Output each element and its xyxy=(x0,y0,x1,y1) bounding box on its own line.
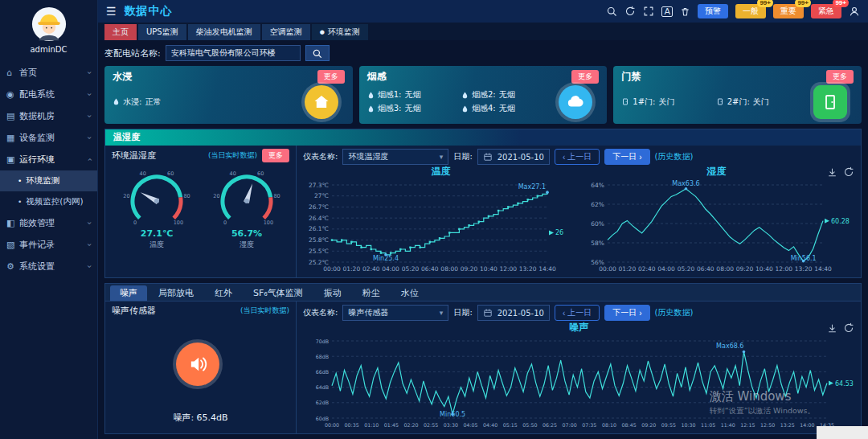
svg-text:13:20: 13:20 xyxy=(519,265,537,273)
drop-icon xyxy=(113,97,120,106)
next-arrow-icon: › xyxy=(639,309,641,318)
alert-button-2[interactable]: 重要99+ xyxy=(773,4,804,18)
translate-icon[interactable]: A xyxy=(661,6,673,17)
card-title: 门禁 xyxy=(621,70,641,84)
refresh-icon[interactable] xyxy=(624,6,636,17)
calendar-icon xyxy=(483,152,493,162)
alert-button-0[interactable]: 预警 xyxy=(698,4,728,18)
svg-text:08:00: 08:00 xyxy=(440,265,458,273)
chevron-icon: › xyxy=(85,222,94,225)
svg-text:01:20: 01:20 xyxy=(343,265,361,273)
svg-text:04:40: 04:40 xyxy=(483,422,497,428)
svg-text:04:00: 04:00 xyxy=(657,265,675,273)
svg-text:09:20: 09:20 xyxy=(736,265,754,273)
svg-text:02:55: 02:55 xyxy=(424,422,438,428)
sensor-tab-2[interactable]: 红外 xyxy=(205,285,242,301)
more-button[interactable]: 更多 xyxy=(826,70,854,84)
station-input[interactable] xyxy=(166,45,301,61)
svg-text:66dB: 66dB xyxy=(316,369,329,375)
power-icon: ◉ xyxy=(6,89,19,100)
search-icon[interactable] xyxy=(606,6,617,17)
nav-tab-2[interactable]: 柴油发电机监测 xyxy=(188,24,260,40)
noise-sensor-icon xyxy=(176,343,219,386)
sensor-tab-3[interactable]: SF₆气体监测 xyxy=(244,285,313,301)
sensor-tab-0[interactable]: 噪声 xyxy=(110,285,147,301)
temperature-chartbox: 温度 25.2℃25.5℃25.8℃26.1℃26.4℃26.7℃27℃27.3… xyxy=(303,165,579,276)
svg-text:09:20: 09:20 xyxy=(641,422,656,428)
svg-text:26: 26 xyxy=(555,229,563,236)
realtime-link[interactable]: (当日实时数据) xyxy=(240,306,289,316)
realtime-link[interactable]: (当日实时数据) xyxy=(208,150,257,161)
temp-hum-header: 温湿度 xyxy=(105,129,861,146)
meter-select[interactable]: 环境温湿度 ▾ xyxy=(342,149,448,165)
svg-text:27℃: 27℃ xyxy=(314,192,329,199)
sensor-tab-5[interactable]: 粉尘 xyxy=(353,285,390,301)
alert-badge: 99+ xyxy=(757,0,773,7)
sidebar-subitem-4-0[interactable]: • 环境监测 xyxy=(0,170,97,191)
more-button[interactable]: 更多 xyxy=(262,149,289,162)
meter-select[interactable]: 噪声传感器 ▾ xyxy=(342,305,448,321)
search-button[interactable] xyxy=(305,45,330,61)
date-input[interactable]: 2021-05-10 xyxy=(477,149,550,165)
svg-text:05:20: 05:20 xyxy=(402,265,420,273)
download-icon[interactable] xyxy=(827,322,837,334)
prev-day-button[interactable]: ‹ 上一日 xyxy=(555,149,600,165)
more-button[interactable]: 更多 xyxy=(317,70,345,84)
sidebar-item-5[interactable]: ◧ 能效管理 › xyxy=(0,212,97,234)
sensor-tab-6[interactable]: 水位 xyxy=(391,285,428,301)
gauge-温度: 020406080100 27.1℃ 温度 xyxy=(112,164,202,250)
sidebar-item-0[interactable]: ⌂ 首页 › xyxy=(0,62,97,84)
alert-badge: 99+ xyxy=(833,0,849,7)
sidebar-subitem-4-1[interactable]: • 视频监控(内网) xyxy=(0,191,97,212)
temp-hum-charts-panel: 仪表名称: 环境温湿度 ▾ 日期: 2021-05-10 ‹ xyxy=(297,146,861,277)
app-title: 数据中心 xyxy=(125,4,173,18)
history-link[interactable]: (历史数据) xyxy=(655,307,694,318)
sidebar-item-3[interactable]: ▦ 设备监测 › xyxy=(0,127,97,149)
svg-text:13:25: 13:25 xyxy=(780,422,795,428)
svg-text:80: 80 xyxy=(183,193,190,199)
fullscreen-icon[interactable] xyxy=(643,6,654,17)
noise-chart: 60dB62dB64dB66dB68dB70dB00:0000:3501:100… xyxy=(303,333,856,429)
refresh-icon[interactable] xyxy=(843,166,854,178)
sensor-item: 烟感3:无烟 xyxy=(367,103,458,114)
date-input[interactable]: 2021-05-10 xyxy=(477,305,550,321)
svg-text:10:40: 10:40 xyxy=(480,265,497,273)
gauge-panel-title: 环境温湿度 xyxy=(112,150,156,162)
download-icon[interactable] xyxy=(827,166,837,178)
svg-text:64.53: 64.53 xyxy=(835,380,854,388)
nav-tab-3[interactable]: 空调监测 xyxy=(262,24,310,40)
sensor-tab-1[interactable]: 局部放电 xyxy=(149,285,203,301)
prev-day-button[interactable]: ‹ 上一日 xyxy=(555,305,600,321)
sensor-item: 烟感2:无烟 xyxy=(461,89,552,101)
svg-text:40: 40 xyxy=(230,170,236,177)
sidebar-item-7[interactable]: ⚙ 系统设置 › xyxy=(0,256,97,277)
sidebar-item-4[interactable]: ▣ 运行环境 › xyxy=(0,149,97,170)
sensor-tab-4[interactable]: 振动 xyxy=(314,285,351,301)
svg-text:07:00: 07:00 xyxy=(563,422,577,428)
refresh-icon[interactable] xyxy=(843,322,854,334)
meter-label: 仪表名称: xyxy=(303,307,338,318)
user-icon[interactable] xyxy=(849,6,860,17)
svg-text:0: 0 xyxy=(223,220,227,226)
nav-tab-1[interactable]: UPS监测 xyxy=(138,24,186,40)
sidebar-item-6[interactable]: ▧ 事件记录 › xyxy=(0,234,97,256)
sidebar-item-1[interactable]: ◉ 配电系统 › xyxy=(0,84,97,105)
next-day-button[interactable]: 下一日 › xyxy=(604,149,649,165)
humidity-chart-title: 湿度 xyxy=(579,165,854,177)
alert-button-1[interactable]: 一般99+ xyxy=(735,4,766,18)
history-link[interactable]: (历史数据) xyxy=(655,151,694,162)
menu-toggle-icon[interactable]: ☰ xyxy=(106,5,117,18)
alert-button-3[interactable]: 紧急99+ xyxy=(811,4,841,18)
trash-icon[interactable] xyxy=(680,6,690,17)
nav-tab-0[interactable]: 主页 xyxy=(104,24,137,40)
more-button[interactable]: 更多 xyxy=(571,70,599,84)
bullet-icon: • xyxy=(18,177,22,185)
search-row: 变配电站名称: xyxy=(98,40,868,66)
sidebar-item-2[interactable]: ▤ 数据机房 › xyxy=(0,105,97,127)
settings-icon: ⚙ xyxy=(6,261,19,272)
nav-tab-4[interactable]: ●环境监测 xyxy=(312,24,368,40)
svg-text:Min25.4: Min25.4 xyxy=(373,255,399,262)
env-icon: ▣ xyxy=(6,154,19,165)
next-day-button[interactable]: 下一日 › xyxy=(604,305,649,321)
svg-text:02:40: 02:40 xyxy=(362,265,380,273)
